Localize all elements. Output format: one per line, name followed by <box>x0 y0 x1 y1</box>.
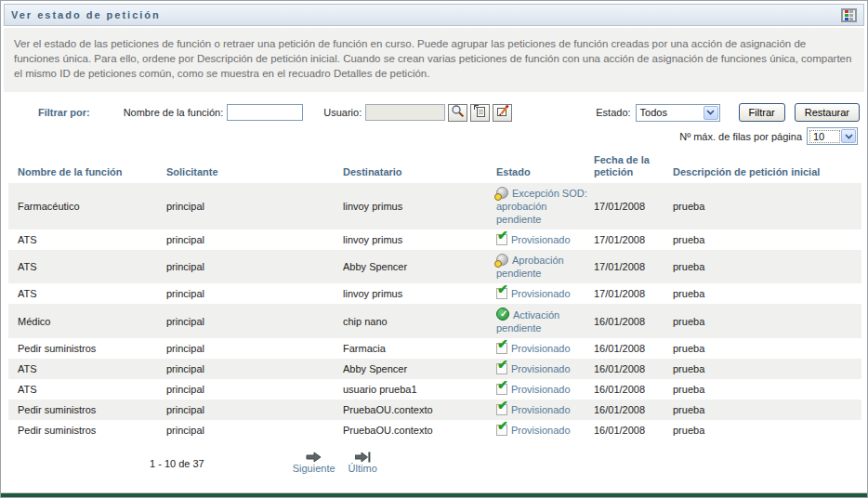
table-row[interactable]: ATS principal Abby Spencer Provisionado … <box>8 359 861 379</box>
cell-requester: principal <box>166 283 343 304</box>
cell-initial-request-description: prueba <box>673 183 861 229</box>
max-rows-value: 10 <box>809 130 840 143</box>
pending-clock-icon <box>496 187 508 199</box>
next-page-button[interactable]: Siguiente <box>293 450 335 474</box>
cell-initial-request-description: prueba <box>673 304 861 338</box>
table-row[interactable]: Pedir suministros principal PruebaOU.con… <box>8 420 861 440</box>
cell-status: Aprobación pendiente <box>496 250 594 283</box>
cell-status: Provisionado <box>496 338 594 359</box>
cell-requester: principal <box>166 304 343 338</box>
search-icon <box>451 104 465 121</box>
cell-status: Provisionado <box>496 379 594 400</box>
table-row[interactable]: Médico principal chip nano Activación pe… <box>8 304 861 338</box>
filter-button[interactable]: Filtrar <box>739 103 785 122</box>
cell-status: Provisionado <box>496 420 594 440</box>
filter-area: Filtrar por: Nombre de la función: Usuar… <box>1 92 867 145</box>
cell-requester: principal <box>166 359 343 379</box>
cell-initial-request-description: prueba <box>673 250 861 283</box>
portlet-legend-icon[interactable] <box>841 8 857 22</box>
cell-requester: principal <box>166 379 343 400</box>
cell-initial-request-description: prueba <box>673 283 861 304</box>
cell-role-name: Pedir suministros <box>8 400 166 420</box>
legend-gray-square <box>849 18 853 20</box>
cell-role-name: Pedir suministros <box>8 338 166 359</box>
cell-request-date: 16/01/2008 <box>594 338 673 359</box>
restore-button[interactable]: Restaurar <box>795 103 860 122</box>
cell-recipient: chip nano <box>343 304 496 338</box>
next-arrow-icon <box>306 450 322 463</box>
legend-red-square <box>845 10 848 13</box>
cell-role-name: Pedir suministros <box>8 420 166 440</box>
cell-initial-request-description: prueba <box>673 420 861 440</box>
next-page-label: Siguiente <box>293 463 335 474</box>
cell-initial-request-description: prueba <box>673 359 861 379</box>
cell-role-name: Médico <box>8 304 166 338</box>
cell-initial-request-description: prueba <box>673 400 861 420</box>
col-request-date[interactable]: Fecha de la petición <box>594 152 673 183</box>
role-name-label: Nombre de la función: <box>124 107 224 118</box>
cell-requester: principal <box>166 420 343 440</box>
cell-role-name: Farmacéutico <box>8 183 166 229</box>
chevron-down-icon <box>704 106 718 120</box>
cell-status: Provisionado <box>496 400 594 420</box>
legend-gray-square <box>849 10 853 13</box>
max-rows-label: Nº máx. de filas por página <box>679 131 802 142</box>
clear-icon <box>495 104 509 121</box>
cell-request-date: 17/01/2008 <box>594 250 673 283</box>
page-description: Ver el estado de las peticiones de funci… <box>4 28 864 92</box>
col-recipient[interactable]: Destinatario <box>343 152 496 183</box>
table-row[interactable]: ATS principal linvoy primus Provisionado… <box>8 283 861 304</box>
cell-recipient: PruebaOU.contexto <box>343 400 496 420</box>
cell-initial-request-description: prueba <box>673 338 861 359</box>
cell-recipient: Farmacia <box>343 338 496 359</box>
cell-role-name: ATS <box>8 359 166 379</box>
cell-request-date: 16/01/2008 <box>594 400 673 420</box>
role-name-input[interactable] <box>227 104 303 121</box>
cell-requester: principal <box>166 250 343 283</box>
cell-status: Excepción SOD: aprobación pendiente <box>496 183 594 229</box>
table-row[interactable]: ATS principal Abby Spencer Aprobación pe… <box>8 250 861 283</box>
table-row[interactable]: ATS principal linvoy primus Provisionado… <box>8 229 861 250</box>
cell-recipient: Abby Spencer <box>343 250 496 283</box>
cell-requester: principal <box>166 229 343 250</box>
cell-status: Provisionado <box>496 359 594 379</box>
cell-status: Provisionado <box>496 283 594 304</box>
cell-recipient: linvoy primus <box>343 229 496 250</box>
provisioned-check-icon <box>496 384 507 395</box>
cell-recipient: PruebaOU.contexto <box>343 420 496 440</box>
table-row[interactable]: ATS principal usuario prueba1 Provisiona… <box>8 379 861 400</box>
provisioned-check-icon <box>496 343 507 354</box>
history-button[interactable] <box>470 104 490 122</box>
last-page-label: Último <box>349 463 377 474</box>
brand-green-bar <box>1 493 867 497</box>
last-arrow-icon <box>355 450 371 463</box>
cell-request-date: 16/01/2008 <box>594 379 673 400</box>
legend-green-square <box>845 14 848 17</box>
table-row[interactable]: Farmacéutico principal linvoy primus Exc… <box>8 183 861 229</box>
cell-request-date: 17/01/2008 <box>594 183 673 229</box>
table-row[interactable]: Pedir suministros principal PruebaOU.con… <box>8 400 861 420</box>
user-input[interactable] <box>365 104 445 121</box>
col-requester[interactable]: Solicitante <box>166 152 343 183</box>
last-page-button[interactable]: Último <box>349 450 377 474</box>
chevron-down-icon <box>841 129 856 143</box>
cell-initial-request-description: prueba <box>673 379 861 400</box>
col-role-name[interactable]: Nombre de la función <box>8 152 166 183</box>
provisioned-check-icon <box>496 288 507 299</box>
table-row[interactable]: Pedir suministros principal Farmacia Pro… <box>8 338 861 359</box>
table-header-row: Nombre de la función Solicitante Destina… <box>8 152 861 183</box>
cell-role-name: ATS <box>8 379 166 400</box>
max-rows-select[interactable]: 10 <box>807 127 858 145</box>
reset-user-button[interactable] <box>493 104 512 122</box>
state-select[interactable]: Todos <box>636 104 720 122</box>
object-selector-button[interactable] <box>448 104 467 122</box>
col-status[interactable]: Estado <box>496 152 594 183</box>
cell-status: Provisionado <box>496 229 594 250</box>
cell-requester: principal <box>166 400 343 420</box>
col-initial-request-description[interactable]: Descripción de petición inicial <box>673 152 861 183</box>
cell-role-name: ATS <box>8 250 166 283</box>
cell-role-name: ATS <box>8 283 166 304</box>
history-icon <box>473 104 487 121</box>
cell-recipient: usuario prueba1 <box>343 379 496 400</box>
filter-by-label: Filtrar por: <box>38 107 90 118</box>
